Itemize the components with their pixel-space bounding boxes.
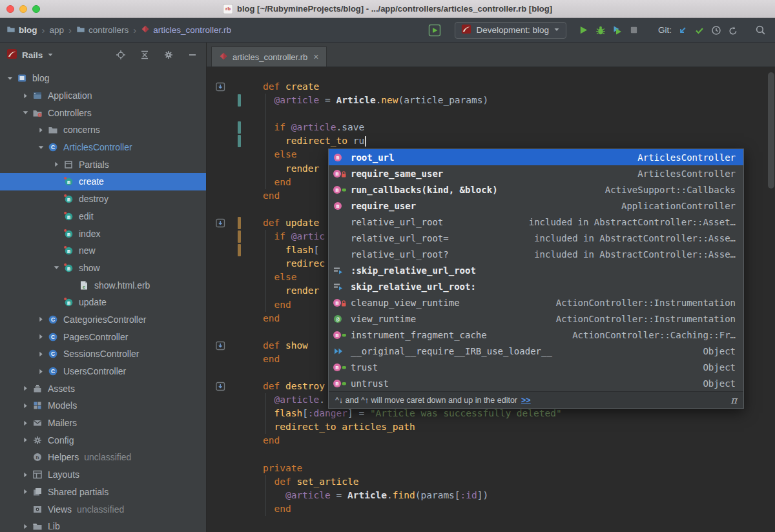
breadcrumb-item-articles-controller-rb[interactable]: articles_controller.rb	[141, 25, 231, 36]
chevron-right-icon[interactable]	[35, 333, 46, 340]
tree-item-controllers[interactable]: Controllers	[0, 104, 206, 121]
code-line[interactable]: private	[207, 462, 775, 475]
pi-icon[interactable]: π	[730, 394, 737, 406]
tree-item-update[interactable]: mupdate	[0, 294, 206, 311]
completion-item-cleanup-view-runtime[interactable]: mcleanup_view_runtimeActionController::I…	[329, 294, 743, 311]
vcs-commit-icon[interactable]	[691, 22, 708, 39]
chevron-down-icon[interactable]	[50, 264, 62, 271]
tree-item-helpers[interactable]: hHelpersunclassified	[0, 449, 206, 466]
tree-item-edit[interactable]: medit	[0, 208, 206, 225]
chevron-down-icon[interactable]	[4, 75, 16, 82]
debug-button[interactable]	[592, 22, 609, 39]
hint-more-link[interactable]: >>	[521, 396, 531, 405]
tree-item-pagescontroller[interactable]: CPagesController	[0, 328, 206, 345]
completion-item-require-same-user[interactable]: mrequire_same_userArticlesController	[329, 165, 743, 181]
chevron-right-icon[interactable]	[19, 92, 31, 99]
vcs-update-icon[interactable]	[674, 22, 691, 39]
history-icon[interactable]	[708, 22, 725, 39]
run-configuration-selector[interactable]: Development: blog	[455, 22, 566, 39]
code-line[interactable]: flash[:danger] = "Article was successful…	[207, 407, 775, 420]
collapse-all-icon[interactable]	[138, 48, 152, 62]
run-with-coverage-icon[interactable]	[609, 22, 626, 39]
chevron-down-icon[interactable]	[19, 109, 31, 116]
completion-item-relative-url-root[interactable]: relative_url_root?included in AbstractCo…	[329, 246, 743, 262]
chevron-right-icon[interactable]	[19, 385, 31, 392]
tree-item-show-html-erb[interactable]: eshow.html.erb	[0, 276, 206, 294]
tree-item-destroy[interactable]: mdestroy	[0, 190, 206, 208]
code-line[interactable]	[207, 107, 775, 121]
settings-gear-icon[interactable]	[161, 48, 176, 62]
chevron-right-icon[interactable]	[19, 420, 31, 427]
rollback-icon[interactable]	[725, 22, 741, 39]
code-line[interactable]: redirect_to articles_path	[207, 420, 775, 434]
locate-icon[interactable]	[114, 48, 128, 62]
completion-item-run-callbacks-kind-block[interactable]: mrun_callbacks(kind, &block)ActiveSuppor…	[329, 181, 743, 198]
tree-item-show[interactable]: mshow	[0, 260, 206, 277]
scrollbar-thumb[interactable]	[768, 72, 774, 189]
tree-item-layouts[interactable]: Layouts	[0, 466, 206, 484]
code-line[interactable]: @article = Article.new(article_params)	[207, 94, 775, 107]
completion-item-trust[interactable]: mtrustObject	[329, 359, 743, 375]
tree-item-blog[interactable]: blog	[0, 70, 206, 87]
chevron-right-icon[interactable]	[19, 488, 31, 495]
breadcrumb-item-controllers[interactable]: controllers	[76, 25, 129, 36]
tree-item-new[interactable]: mnew	[0, 242, 206, 260]
tree-item-concerns[interactable]: concerns	[0, 121, 206, 139]
completion-item-untrust[interactable]: muntrustObject	[329, 375, 743, 391]
breadcrumb-item-app[interactable]: app	[50, 25, 65, 35]
chevron-right-icon[interactable]	[19, 402, 31, 409]
completion-item-original-require-irb-use-loader[interactable]: __original__require__IRB_use_loader__Obj…	[329, 343, 743, 359]
tree-item-userscontroller[interactable]: CUsersController	[0, 363, 206, 380]
chevron-right-icon[interactable]	[35, 127, 46, 134]
project-view-selector[interactable]: Rails	[22, 50, 43, 60]
tree-item-sessionscontroller[interactable]: CSessionsController	[0, 345, 206, 363]
chevron-down-icon[interactable]	[35, 144, 46, 151]
close-window-button[interactable]	[6, 5, 14, 13]
completion-item-skip-relative-url-root[interactable]: skip_relative_url_root:	[329, 278, 743, 294]
chevron-right-icon[interactable]	[19, 436, 31, 444]
completion-item-require-user[interactable]: mrequire_userApplicationController	[329, 198, 743, 214]
chevron-right-icon[interactable]	[19, 523, 31, 530]
code-line[interactable]: end	[207, 434, 775, 447]
tree-item-articlescontroller[interactable]: CArticlesController	[0, 139, 206, 156]
chevron-down-icon[interactable]	[47, 49, 54, 61]
tree-item-categoriescontroller[interactable]: CCategoriesController	[0, 311, 206, 329]
completion-item-instrument-fragment-cache[interactable]: minstrument_fragment_cacheActionControll…	[329, 327, 743, 343]
completion-item-relative-url-root[interactable]: relative_url_rootincluded in AbstractCon…	[329, 214, 743, 230]
chevron-right-icon[interactable]	[35, 351, 46, 358]
chevron-right-icon[interactable]	[19, 471, 31, 478]
code-line[interactable]: if @article.save	[207, 121, 775, 134]
tree-item-create[interactable]: mcreate	[0, 173, 206, 190]
zoom-window-button[interactable]	[32, 5, 40, 13]
hide-panel-icon[interactable]	[185, 48, 200, 62]
breadcrumb-item-blog[interactable]: blog	[6, 25, 37, 36]
code-line[interactable]	[207, 448, 775, 462]
completion-item-skip-relative-url-root[interactable]: :skip_relative_url_root	[329, 262, 743, 278]
code-line[interactable]: @article = Article.find(params[:id])	[207, 489, 775, 502]
tree-item-index[interactable]: mindex	[0, 225, 206, 242]
code-line[interactable]: def create	[207, 80, 775, 94]
minimize-window-button[interactable]	[19, 5, 27, 13]
code-line[interactable]: end	[207, 502, 775, 516]
tree-item-models[interactable]: Models	[0, 397, 206, 414]
chevron-right-icon[interactable]	[50, 161, 62, 168]
tree-item-mailers[interactable]: Mailers	[0, 414, 206, 432]
tree-item-assets[interactable]: Assets	[0, 380, 206, 397]
search-everywhere-icon[interactable]	[752, 22, 769, 39]
code-line[interactable]: redirect_to ru	[207, 134, 775, 148]
tree-item-lib[interactable]: Lib	[0, 518, 206, 532]
stop-button[interactable]	[626, 22, 643, 39]
chevron-right-icon[interactable]	[35, 368, 46, 375]
tree-item-config[interactable]: Config	[0, 431, 206, 449]
tab-articles-controller[interactable]: articles_controller.rb ×	[211, 46, 327, 66]
tree-item-shared-partials[interactable]: Shared partials	[0, 484, 206, 501]
chevron-right-icon[interactable]	[35, 316, 46, 323]
completion-item-relative-url-root[interactable]: relative_url_root=included in AbstractCo…	[329, 230, 743, 246]
close-tab-icon[interactable]: ×	[313, 52, 318, 62]
completion-item-view-runtime[interactable]: @view_runtimeActionController::Instrumen…	[329, 311, 743, 327]
tree-item-application[interactable]: Application	[0, 87, 206, 105]
editor-scrollbar[interactable]	[767, 67, 775, 532]
open-console-icon[interactable]	[426, 22, 443, 39]
run-button[interactable]	[575, 22, 592, 39]
tree-item-views[interactable]: Viewsunclassified	[0, 500, 206, 518]
